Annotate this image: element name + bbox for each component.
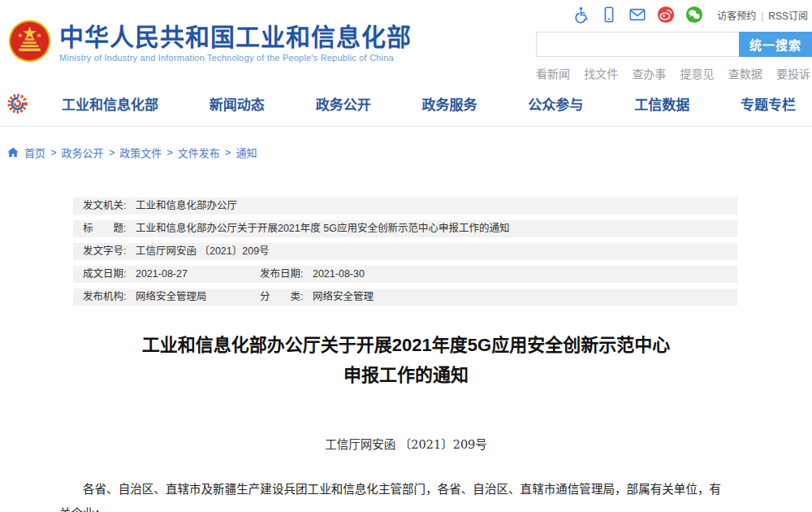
meta-value: 工信厅网安函 〔2021〕209号 (136, 245, 270, 257)
mobile-icon[interactable] (600, 6, 618, 24)
quick-link-complaint[interactable]: 要投诉 (776, 65, 810, 81)
meta-label: 发文字号: (83, 245, 126, 257)
site-subtitle: Ministry of Industry and Information Tec… (59, 53, 412, 63)
meta-row-title: 标 题: 工业和信息化部办公厅关于开展2021年度 5G应用安全创新示范中心申报… (73, 220, 737, 237)
breadcrumb: 首页 > 政务公开 > 政策文件 > 文件发布 > 通知 (0, 127, 812, 160)
wechat-icon[interactable] (685, 6, 703, 24)
nav-item-miit-data[interactable]: 工信数据 (634, 93, 689, 114)
breadcrumb-separator: > (225, 146, 231, 158)
quick-link-news[interactable]: 看新闻 (536, 65, 570, 81)
site-header: 中华人民共和国工业和信息化部 Ministry of Industry and … (0, 0, 812, 81)
document-number: 工信厅网安函 〔2021〕209号 (0, 435, 812, 452)
breadcrumb-home[interactable]: 首页 (24, 145, 45, 160)
meta-value: 2021-08-27 (136, 268, 188, 280)
breadcrumb-separator: > (109, 146, 115, 158)
national-emblem-icon (8, 20, 51, 63)
meta-label: 发布日期: (260, 268, 303, 280)
site-title: 中华人民共和国工业和信息化部 (59, 24, 412, 50)
quick-link-feedback[interactable]: 提意见 (680, 65, 715, 81)
meta-label: 标 题: (83, 223, 126, 234)
quick-links-bar: 看新闻 找文件 查办事 提意见 查数据 要投诉 (536, 65, 812, 81)
breadcrumb-separator: > (50, 146, 57, 158)
document-title-line1: 工业和信息化部办公厅关于开展2021年度5G应用安全创新示范中心 (0, 330, 812, 360)
document-title: 工业和信息化部办公厅关于开展2021年度5G应用安全创新示范中心 申报工作的通知 (0, 330, 812, 390)
meta-label: 发布机构: (83, 291, 126, 302)
nav-item-special-topics[interactable]: 专题专栏 (741, 93, 796, 114)
meta-row-publisher-category: 发布机构: 网络安全管理局 分 类: 网络安全管理 (73, 289, 737, 306)
quick-link-files[interactable]: 找文件 (584, 65, 618, 81)
breadcrumb-file-release[interactable]: 文件发布 (178, 145, 220, 160)
breadcrumb-separator: > (166, 146, 173, 158)
nav-item-miit[interactable]: 工业和信息化部 (62, 93, 158, 114)
meta-label: 分 类: (260, 291, 303, 302)
home-icon[interactable] (6, 146, 19, 158)
utility-links: 访客预约|RSS订阅 (717, 8, 808, 22)
nav-item-news[interactable]: 新闻动态 (209, 93, 265, 114)
rss-subscribe-link[interactable]: RSS订阅 (768, 11, 808, 22)
breadcrumb-policy-files[interactable]: 政策文件 (119, 145, 162, 160)
weibo-icon[interactable] (657, 6, 675, 24)
site-brand[interactable]: 中华人民共和国工业和信息化部 Ministry of Industry and … (8, 20, 412, 63)
accessibility-icon[interactable] (572, 6, 590, 24)
meta-value: 2021-08-30 (313, 268, 365, 280)
meta-value: 网络安全管理局 (136, 291, 207, 302)
meta-row-dates: 成文日期: 2021-08-27 发布日期: 2021-08-30 (73, 266, 737, 283)
breadcrumb-gov-disclosure[interactable]: 政务公开 (62, 145, 104, 160)
document-meta-table: 发文机关: 工业和信息化部办公厅 标 题: 工业和信息化部办公厅关于开展2021… (73, 197, 737, 306)
document-title-line2: 申报工作的通知 (0, 360, 812, 390)
mail-icon[interactable] (628, 6, 646, 24)
nav-item-gov-services[interactable]: 政务服务 (421, 93, 477, 114)
quick-link-services[interactable]: 查办事 (632, 65, 666, 81)
document-body-paragraph: 各省、自治区、直辖市及新疆生产建设兵团工业和信息化主管部门，各省、自治区、直辖市… (59, 477, 721, 512)
meta-value: 网络安全管理 (313, 291, 374, 302)
miit-gear-logo-icon[interactable] (6, 93, 28, 115)
search-input[interactable] (536, 32, 739, 57)
breadcrumb-notice[interactable]: 通知 (235, 145, 257, 160)
nav-item-gov-disclosure[interactable]: 政务公开 (316, 93, 371, 114)
search-button[interactable]: 统一搜索 (739, 32, 812, 57)
main-nav: 工业和信息化部 新闻动态 政务公开 政务服务 公众参与 工信数据 专题专栏 (0, 81, 812, 127)
link-separator: | (761, 11, 763, 22)
quick-link-data[interactable]: 查数据 (728, 65, 762, 81)
meta-value: 工业和信息化部办公厅关于开展2021年度 5G应用安全创新示范中心申报工作的通知 (136, 223, 509, 234)
meta-label: 发文机关: (83, 200, 126, 211)
meta-label: 成文日期: (83, 268, 126, 280)
meta-row-doc-number: 发文字号: 工信厅网安函 〔2021〕209号 (73, 243, 737, 260)
nav-item-public-participation[interactable]: 公众参与 (528, 93, 583, 114)
meta-row-issuing-agency: 发文机关: 工业和信息化部办公厅 (73, 197, 737, 215)
meta-value: 工业和信息化部办公厅 (136, 200, 237, 211)
visitor-appointment-link[interactable]: 访客预约 (717, 11, 756, 22)
